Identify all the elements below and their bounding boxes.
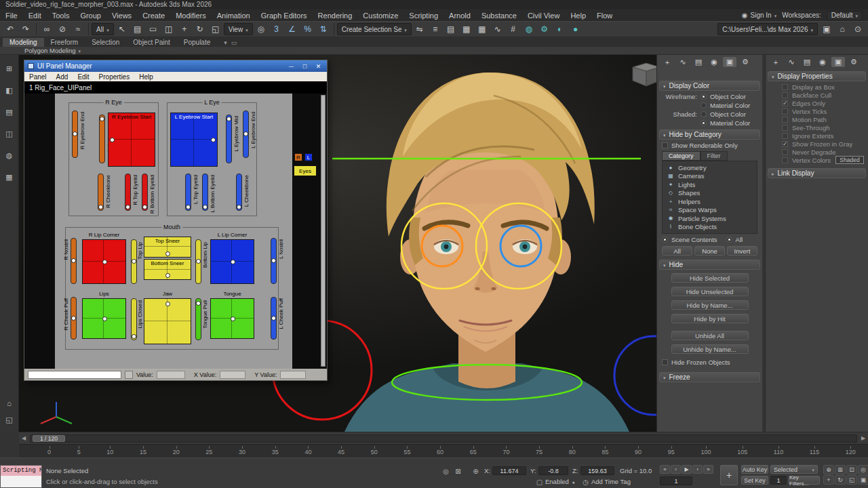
rendered-frame-icon[interactable]: ◐ bbox=[553, 22, 568, 36]
utilities-tab-icon[interactable]: ⚙ bbox=[847, 57, 861, 67]
unlink-selection-icon[interactable]: ⊘ bbox=[55, 22, 70, 36]
eyes-button[interactable]: Eyes bbox=[294, 165, 317, 176]
ribbon-tab[interactable]: Modeling bbox=[3, 38, 44, 47]
select-by-name-icon[interactable]: ▤ bbox=[130, 22, 145, 36]
slider-l-eyebrow-mid[interactable] bbox=[226, 115, 232, 163]
box-r-lip-corner[interactable] bbox=[82, 239, 126, 284]
ribbon-minimize-icon[interactable]: ▾ bbox=[224, 39, 227, 46]
pan-icon[interactable]: + bbox=[823, 475, 834, 485]
y-value-field[interactable] bbox=[280, 371, 306, 379]
key-filters-button[interactable]: Key Filters... bbox=[789, 476, 820, 485]
menu-item[interactable]: Group bbox=[75, 12, 106, 20]
key-mode-dropdown[interactable]: Selected bbox=[770, 465, 818, 474]
key-step-field[interactable]: 1 bbox=[770, 476, 787, 485]
ribbon-tab[interactable]: Populate bbox=[177, 38, 217, 47]
auto-key-button[interactable]: Auto Key bbox=[741, 465, 768, 474]
panel-text-input[interactable] bbox=[28, 371, 121, 379]
wireframe-object-color-radio[interactable] bbox=[701, 94, 707, 100]
sign-in-button[interactable]: ◉ Sign In bbox=[742, 12, 776, 19]
left-toolbar-icon[interactable]: ▤ bbox=[3, 106, 16, 117]
undo-icon[interactable]: ↶ bbox=[3, 22, 18, 36]
slider-tongue-pull[interactable] bbox=[195, 298, 201, 340]
slider-bottom-lip[interactable] bbox=[195, 239, 201, 284]
shaded-toggle-button[interactable]: Shaded bbox=[835, 156, 864, 164]
panel-menu-item[interactable]: Edit bbox=[73, 73, 94, 81]
select-and-scale-icon[interactable]: ◱ bbox=[208, 22, 223, 36]
rollout-display-color[interactable]: Display Color bbox=[659, 81, 760, 91]
home-icon[interactable]: ⌂ bbox=[835, 22, 850, 36]
select-and-link-icon[interactable]: ∞ bbox=[39, 22, 54, 36]
slider-l-nostril[interactable] bbox=[271, 238, 277, 284]
left-toolbar-icon[interactable]: ▦ bbox=[3, 171, 16, 182]
ignore-extents-checkbox[interactable] bbox=[782, 133, 788, 139]
slider-l-eyebrow-end[interactable] bbox=[243, 110, 249, 158]
display-as-box-checkbox[interactable] bbox=[782, 84, 788, 90]
project-folder-icon[interactable]: ▣ bbox=[819, 22, 834, 36]
next-key-icon[interactable]: ▶ bbox=[859, 434, 868, 443]
category-item[interactable]: ✦Lights bbox=[663, 180, 757, 189]
fov-icon[interactable]: ◎ bbox=[858, 465, 868, 474]
menu-item[interactable]: Flow bbox=[591, 12, 618, 20]
value-field[interactable] bbox=[157, 371, 185, 379]
orbit-icon[interactable]: ↻ bbox=[835, 475, 846, 485]
slider-r-top-eyelid[interactable] bbox=[125, 174, 131, 211]
menu-item[interactable]: Help bbox=[565, 12, 591, 20]
category-item[interactable]: ◇Shapes bbox=[663, 189, 757, 198]
panel-menu-item[interactable]: Add bbox=[52, 73, 73, 81]
all-radio[interactable] bbox=[726, 237, 732, 243]
workspace-dropdown[interactable]: Default bbox=[827, 11, 863, 20]
motion-tab-icon[interactable]: ◉ bbox=[816, 57, 829, 67]
curve-editor-icon[interactable]: ∿ bbox=[490, 22, 505, 36]
previous-key-icon[interactable]: ◀ bbox=[19, 434, 28, 443]
panel-scrollbar[interactable] bbox=[321, 95, 326, 367]
hierarchy-tab-icon[interactable]: ▤ bbox=[800, 57, 814, 67]
menu-item[interactable]: Edit bbox=[23, 12, 47, 20]
polygon-modeling-panel[interactable]: Polygon Modeling bbox=[24, 47, 81, 54]
current-frame-field[interactable]: 1 bbox=[660, 476, 692, 485]
motion-path-checkbox[interactable] bbox=[782, 117, 788, 123]
menu-item[interactable]: Civil View bbox=[522, 12, 565, 20]
slider-r-cheekbone[interactable] bbox=[98, 174, 104, 211]
menu-item[interactable]: Modifiers bbox=[170, 12, 212, 20]
search-icon[interactable]: ⊙ bbox=[850, 22, 865, 36]
menu-item[interactable]: Arnold bbox=[443, 12, 476, 20]
ribbon-tab[interactable]: Freeform bbox=[44, 38, 85, 47]
shaded-material-color-radio[interactable] bbox=[701, 120, 707, 126]
slider-l-cheek-puff[interactable] bbox=[271, 297, 277, 340]
maxscript-mini-listener[interactable]: Scripting Mi bbox=[0, 465, 42, 488]
redo-icon[interactable]: ↷ bbox=[18, 22, 33, 36]
category-item[interactable]: ●Geometry bbox=[663, 163, 757, 172]
maximize-button[interactable] bbox=[300, 62, 310, 70]
slider-r-eyebrow-mid[interactable] bbox=[99, 115, 105, 163]
motion-tab-icon[interactable]: ◉ bbox=[707, 57, 721, 67]
category-item[interactable]: ≈Space Warps bbox=[663, 206, 757, 215]
scene-explorer-icon[interactable]: ▤ bbox=[443, 22, 458, 36]
box-r-eyebrow-start[interactable]: R Eyebrow Start bbox=[108, 113, 155, 167]
percent-snap-icon[interactable]: % bbox=[300, 22, 315, 36]
rig-circle-darkblue[interactable] bbox=[614, 336, 656, 415]
tab-filter[interactable]: Filter bbox=[701, 151, 728, 161]
time-slider-track[interactable]: 1 / 120 bbox=[30, 434, 857, 443]
tab-category[interactable]: Category bbox=[662, 151, 701, 161]
hierarchy-tab-icon[interactable]: ▤ bbox=[692, 57, 705, 67]
category-button[interactable]: None bbox=[694, 246, 725, 256]
scene-contents-radio[interactable] bbox=[662, 237, 668, 243]
select-object-icon[interactable]: ↖ bbox=[115, 22, 130, 36]
selection-filter-dropdown[interactable]: All bbox=[92, 23, 114, 35]
snaps-toggle-icon[interactable]: 3 bbox=[269, 22, 284, 36]
edges-only-checkbox[interactable] bbox=[782, 100, 788, 106]
wireframe-material-color-radio[interactable] bbox=[701, 102, 707, 108]
render-setup-icon[interactable]: ⚙ bbox=[537, 22, 552, 36]
menu-item[interactable]: Create bbox=[137, 12, 170, 20]
layer-explorer-icon[interactable]: ▦ bbox=[459, 22, 474, 36]
isolate-selection-icon[interactable]: ◎ bbox=[441, 466, 451, 476]
add-time-tag[interactable]: Add Time Tag bbox=[591, 478, 631, 485]
maximize-viewport-icon[interactable]: ◱ bbox=[846, 475, 857, 485]
previous-frame-icon[interactable]: ‹ bbox=[671, 465, 681, 474]
unhide-button[interactable]: Unhide by Name... bbox=[671, 344, 749, 354]
slider-r-nostril[interactable] bbox=[71, 238, 77, 284]
menu-item[interactable]: Customize bbox=[357, 12, 403, 20]
left-toolbar-icon[interactable]: ◍ bbox=[3, 150, 16, 161]
use-center-icon[interactable]: ◎ bbox=[254, 22, 269, 36]
mirror-icon[interactable]: ⇋ bbox=[412, 22, 427, 36]
